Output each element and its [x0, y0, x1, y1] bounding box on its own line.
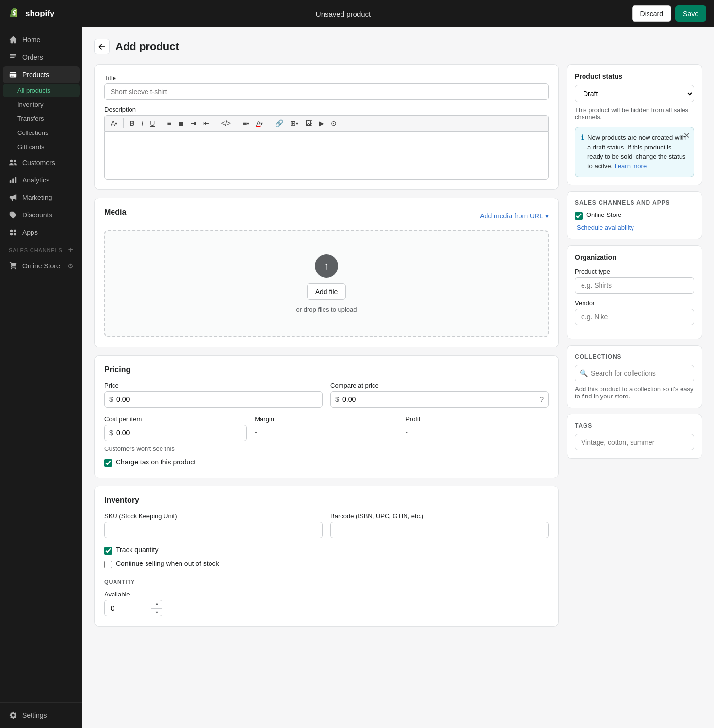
ul-btn[interactable]: ≡	[164, 117, 174, 129]
sku-field: SKU (Stock Keeping Unit)	[104, 513, 323, 538]
sidebar-item-customers[interactable]: Customers	[3, 154, 80, 171]
title-field: Title	[104, 74, 549, 100]
sidebar-item-analytics[interactable]: Analytics	[3, 172, 80, 188]
quantity-label: QUANTITY	[104, 579, 549, 585]
track-qty-label: Track quantity	[116, 546, 158, 554]
drop-label: or drop files to upload	[296, 306, 357, 313]
align-btn[interactable]: ≡▾	[240, 117, 252, 129]
cost-label: Cost per item	[104, 415, 247, 423]
compare-currency: $	[335, 396, 339, 403]
sidebar-item-products[interactable]: Products	[3, 66, 80, 83]
track-qty-checkbox[interactable]	[104, 547, 112, 555]
vendor-input[interactable]	[575, 309, 694, 325]
code-btn[interactable]: </>	[218, 117, 234, 129]
margin-label: Margin	[255, 415, 398, 423]
sidebar-item-marketing[interactable]: Marketing	[3, 189, 80, 206]
logo-text: shopify	[25, 9, 54, 18]
charge-tax-checkbox[interactable]	[104, 459, 112, 467]
back-button[interactable]	[94, 39, 110, 54]
product-type-input[interactable]	[575, 277, 694, 294]
title-input[interactable]	[104, 83, 549, 100]
image-btn[interactable]: 🖼	[302, 117, 315, 129]
online-store-checkbox[interactable]	[575, 212, 583, 220]
info-icon: ℹ	[581, 133, 584, 171]
upload-icon: ↑	[315, 254, 338, 278]
product-status-select[interactable]: Draft Active	[575, 85, 694, 102]
media-upload-zone[interactable]: ↑ Add file or drop files to upload	[104, 230, 549, 337]
description-input[interactable]	[104, 131, 549, 180]
compare-price-field: Compare at price $ ?	[330, 382, 549, 408]
product-type-field: Product type	[575, 268, 694, 294]
compare-price-input-wrap: $ ?	[330, 391, 549, 408]
italic-btn[interactable]: I	[138, 117, 146, 129]
collections-title: COLLECTIONS	[575, 353, 694, 360]
price-input[interactable]	[104, 391, 323, 408]
qty-up-button[interactable]: ▲	[151, 600, 162, 609]
sidebar-item-settings[interactable]: Settings	[3, 707, 80, 724]
sidebar-item-apps[interactable]: Apps	[3, 224, 80, 241]
discard-button[interactable]: Discard	[632, 5, 671, 22]
discounts-icon	[9, 211, 17, 219]
add-channel-icon[interactable]: +	[68, 245, 74, 255]
settings-section: Settings	[0, 702, 82, 724]
top-navigation: shopify Unsaved product Discard Save	[0, 0, 714, 27]
indent-btn[interactable]: ⇥	[188, 117, 199, 129]
schedule-link[interactable]: Schedule availability	[575, 224, 634, 231]
compare-price-input[interactable]	[330, 391, 549, 408]
tags-input[interactable]	[575, 434, 694, 450]
qty-down-button[interactable]: ▼	[151, 609, 162, 617]
page-title: Add product	[115, 40, 179, 53]
outdent-btn[interactable]: ⇤	[200, 117, 212, 129]
add-file-button[interactable]: Add file	[307, 283, 346, 300]
bold-btn[interactable]: B	[127, 117, 137, 129]
barcode-input[interactable]	[330, 522, 549, 538]
continue-selling-checkbox[interactable]	[104, 561, 112, 568]
sidebar-sub-collections[interactable]: Collections	[3, 126, 80, 139]
font-size-btn[interactable]: A▾	[108, 117, 120, 129]
table-btn[interactable]: ⊞▾	[287, 117, 301, 129]
add-media-url-link[interactable]: Add media from URL ▾	[480, 212, 549, 220]
sidebar-sub-gift-cards[interactable]: Gift cards	[3, 140, 80, 153]
inventory-card: Inventory SKU (Stock Keeping Unit) Barco…	[94, 486, 559, 627]
compare-help-icon[interactable]: ?	[540, 396, 544, 403]
product-type-wrap	[575, 277, 694, 294]
sku-input[interactable]	[104, 522, 323, 538]
side-column: Product status Draft Active This product…	[567, 64, 702, 459]
customers-icon	[9, 158, 17, 167]
title-description-card: Title Description A▾ B I U ≡	[94, 64, 559, 190]
collections-search-input[interactable]	[575, 365, 694, 381]
link-btn[interactable]: 🔗	[272, 117, 286, 129]
profit-label: Profit	[406, 415, 549, 423]
pricing-card: Pricing Price $ Compare at price	[94, 355, 559, 478]
sku-label: SKU (Stock Keeping Unit)	[104, 513, 323, 520]
sidebar-sub-all-products[interactable]: All products	[3, 84, 80, 97]
underline-btn[interactable]: U	[147, 117, 158, 129]
video-btn[interactable]: ▶	[316, 117, 327, 129]
price-label: Price	[104, 382, 323, 389]
tags-title: TAGS	[575, 422, 694, 429]
channels-title: SALES CHANNELS AND APPS	[575, 199, 694, 206]
sidebar-item-home[interactable]: Home	[3, 32, 80, 48]
color-btn[interactable]: A▾	[253, 117, 266, 129]
cost-row: Cost per item $ Margin - Profit	[104, 415, 549, 441]
learn-more-link[interactable]: Learn more	[615, 163, 647, 170]
products-icon	[9, 70, 17, 79]
sidebar-sub-transfers[interactable]: Transfers	[3, 112, 80, 125]
media-card: Media Add media from URL ▾ ↑ Add file or…	[94, 198, 559, 347]
embed-btn[interactable]: ⊙	[328, 117, 340, 129]
quantity-section: QUANTITY Available ▲ ▼	[104, 579, 549, 616]
two-column-layout: Title Description A▾ B I U ≡	[94, 64, 702, 634]
product-type-label: Product type	[575, 268, 694, 275]
sidebar-item-discounts[interactable]: Discounts	[3, 207, 80, 223]
ol-btn[interactable]: ≣	[175, 117, 187, 129]
sidebar-item-orders[interactable]: Orders	[3, 49, 80, 66]
cost-input[interactable]	[104, 425, 247, 441]
sidebar-sub-inventory[interactable]: Inventory	[3, 98, 80, 111]
info-close-button[interactable]: ✕	[683, 131, 690, 140]
media-header: Media Add media from URL ▾	[104, 208, 549, 224]
sidebar-item-online-store[interactable]: Online Store ⚙	[3, 258, 80, 274]
home-label: Home	[22, 36, 40, 44]
vendor-wrap	[575, 309, 694, 325]
save-button[interactable]: Save	[675, 5, 706, 22]
online-store-settings-icon[interactable]: ⚙	[67, 262, 74, 270]
